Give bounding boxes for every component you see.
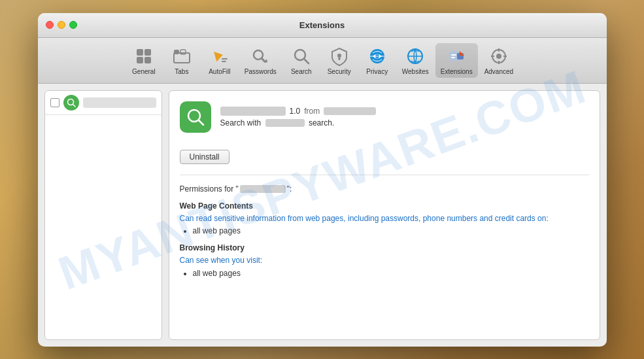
svg-rect-0: [137, 49, 143, 56]
security-icon: [329, 46, 350, 67]
extension-name-row: 1.0 from: [220, 107, 589, 116]
sidebar-toolbar: [45, 91, 161, 115]
svg-line-14: [304, 59, 309, 63]
web-page-contents-heading: Web Page Contents: [180, 201, 589, 211]
toolbar-item-security[interactable]: Security: [321, 43, 358, 78]
extension-name-blur: [83, 97, 156, 108]
search-label: Search: [291, 68, 312, 75]
extension-name-blurred: [220, 107, 286, 116]
permissions-section: Permissions for "": Web Page Contents Ca…: [180, 175, 589, 279]
list-item: all web pages: [193, 226, 589, 235]
advanced-icon: [488, 46, 509, 67]
permission-browsing-history: Browsing History Can see when you visit:…: [180, 243, 589, 278]
permission-web-page-contents: Web Page Contents Can read sensitive inf…: [180, 201, 589, 236]
websites-label: Websites: [402, 68, 429, 75]
web-page-contents-desc: Can read sensitive information from web …: [180, 213, 589, 224]
window-title: Extensions: [299, 20, 345, 30]
extension-search-icon: [63, 95, 79, 111]
minimize-button[interactable]: [58, 21, 65, 29]
toolbar: General Tabs AutoFill: [38, 38, 607, 84]
svg-rect-24: [451, 54, 456, 56]
svg-rect-25: [451, 57, 455, 58]
browsing-history-desc: Can see when you visit:: [180, 255, 589, 266]
general-icon: [133, 46, 154, 67]
svg-rect-7: [222, 58, 228, 60]
svg-rect-8: [222, 61, 226, 62]
toolbar-item-tabs[interactable]: Tabs: [163, 43, 200, 78]
svg-rect-3: [144, 57, 151, 63]
maximize-button[interactable]: [69, 21, 77, 29]
extension-version: 1.0: [290, 107, 301, 116]
websites-icon: [405, 46, 426, 67]
svg-rect-2: [137, 57, 143, 63]
svg-rect-16: [338, 57, 340, 60]
privacy-icon: [367, 46, 388, 67]
advanced-label: Advanced: [484, 68, 513, 75]
svg-point-27: [496, 54, 501, 59]
tabs-icon: [171, 46, 192, 67]
extension-source-blurred: [324, 107, 376, 115]
svg-line-35: [199, 120, 203, 125]
sidebar: [44, 90, 162, 340]
toolbar-item-websites[interactable]: Websites: [397, 43, 434, 78]
extensions-label: Extensions: [441, 68, 473, 75]
toolbar-item-extensions[interactable]: Extensions: [435, 43, 478, 78]
permissions-name-blur: [240, 185, 286, 193]
autofill-label: AutoFill: [209, 68, 230, 75]
uninstall-button[interactable]: Uninstall: [180, 150, 229, 164]
svg-rect-1: [144, 49, 151, 56]
toolbar-item-advanced[interactable]: Advanced: [479, 43, 518, 78]
content-area: 1.0 from Search with search. Uninstall P…: [38, 84, 607, 347]
security-label: Security: [328, 68, 351, 75]
toolbar-item-search[interactable]: Search: [283, 43, 320, 78]
passwords-icon: [250, 46, 271, 67]
extension-description: Search with search.: [220, 118, 589, 128]
web-page-contents-list: all web pages: [180, 226, 589, 235]
autofill-icon: [209, 46, 230, 67]
extension-desc-blur: [265, 119, 305, 127]
toolbar-item-general[interactable]: General: [126, 43, 162, 78]
tabs-label: Tabs: [175, 68, 188, 75]
svg-rect-12: [265, 60, 267, 62]
permissions-title: Permissions for "":: [180, 184, 589, 194]
title-bar: Extensions: [38, 13, 607, 38]
toolbar-item-autofill[interactable]: AutoFill: [201, 43, 238, 78]
privacy-label: Privacy: [366, 68, 388, 75]
search-toolbar-icon: [291, 46, 312, 67]
extension-logo-icon: [180, 101, 211, 133]
list-item: all web pages: [193, 269, 589, 278]
traffic-lights: [46, 21, 77, 29]
extension-from: from: [304, 107, 320, 116]
toolbar-item-privacy[interactable]: Privacy: [359, 43, 396, 78]
general-label: General: [132, 68, 156, 75]
extension-checkbox[interactable]: [50, 98, 59, 107]
extension-info: 1.0 from Search with search.: [220, 107, 589, 128]
toolbar-item-passwords[interactable]: Passwords: [239, 43, 282, 78]
browsing-history-list: all web pages: [180, 269, 589, 278]
extensions-icon: [446, 46, 467, 67]
extension-header: 1.0 from Search with search.: [180, 101, 589, 133]
svg-line-33: [73, 104, 75, 107]
passwords-label: Passwords: [245, 68, 277, 75]
svg-rect-5: [174, 50, 179, 54]
browsing-history-heading: Browsing History: [180, 243, 589, 252]
main-panel: 1.0 from Search with search. Uninstall P…: [169, 90, 600, 340]
close-button[interactable]: [46, 21, 54, 29]
